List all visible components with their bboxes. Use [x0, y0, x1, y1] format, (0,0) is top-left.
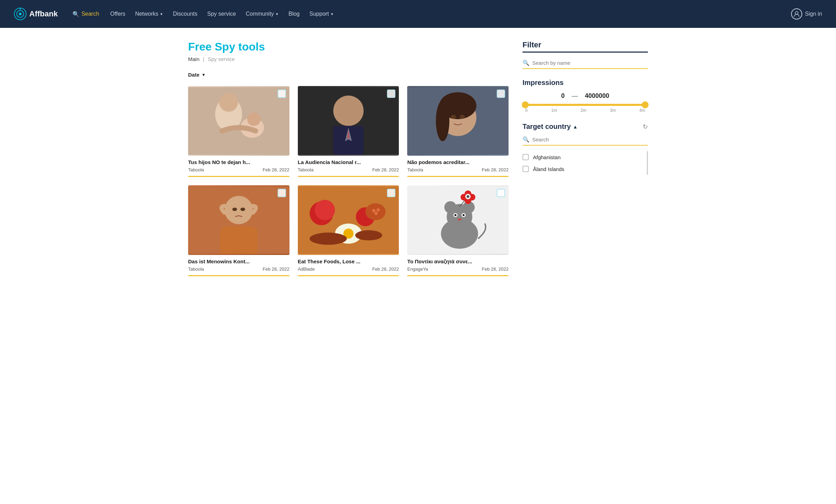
tick-3m: 3m	[610, 108, 616, 113]
country-checkbox-aland[interactable]	[522, 166, 529, 172]
svg-point-7	[219, 93, 238, 112]
breadcrumb-main[interactable]: Main	[188, 56, 200, 62]
target-country-title[interactable]: Target country ▲	[522, 123, 578, 131]
impressions-min: 0	[561, 92, 565, 100]
search-icon: 🔍	[72, 11, 79, 17]
slider-thumb-right[interactable]	[642, 101, 649, 108]
svg-point-4	[795, 11, 798, 14]
svg-point-27	[315, 200, 335, 220]
search-by-name-input[interactable]	[532, 60, 648, 66]
impressions-range: 0 — 4000000	[522, 92, 648, 100]
card-meta: Taboola Feb 28, 2022	[188, 167, 289, 172]
card-item[interactable]: Não podemos acreditar... Taboola Feb 28,…	[407, 86, 509, 177]
impressions-max: 4000000	[585, 92, 609, 100]
card-meta: EngageYa Feb 28, 2022	[407, 266, 509, 272]
card-source: Taboola	[298, 167, 314, 172]
card-date: Feb 28, 2022	[482, 167, 509, 172]
card-select-checkbox[interactable]	[278, 90, 286, 98]
card-item[interactable]: Das ist Menowins Kont... Taboola Feb 28,…	[188, 185, 289, 276]
card-date: Feb 28, 2022	[372, 167, 399, 172]
filter-sidebar: Filter 🔍 Impressions 0 — 4000000 0	[522, 40, 648, 276]
svg-point-18	[436, 101, 450, 141]
logo[interactable]: Affbank	[14, 8, 58, 20]
card-image	[407, 86, 509, 156]
card-select-checkbox[interactable]	[387, 90, 395, 98]
country-checkbox-afghanistan[interactable]	[522, 154, 529, 160]
card-date: Feb 28, 2022	[263, 266, 289, 272]
slider-thumb-left[interactable]	[522, 101, 529, 108]
card-image	[407, 185, 509, 255]
svg-point-24	[240, 208, 245, 211]
card-item[interactable]: Το Ποντίκι αναζητά συνε... EngageYa Feb …	[407, 185, 509, 276]
card-date: Feb 28, 2022	[263, 167, 289, 172]
card-item[interactable]: La Audiencia Nacional r... Taboola Feb 2…	[298, 86, 399, 177]
impressions-slider[interactable]: 0 1m 2m 3m 4m	[522, 104, 648, 113]
nav-search-button[interactable]: 🔍 Search	[72, 11, 99, 17]
card-image	[188, 185, 289, 255]
country-list: Afghanistan Åland Islands	[522, 151, 648, 175]
card-source: AdBlade	[298, 266, 315, 272]
slider-ticks: 0 1m 2m 3m 4m	[522, 108, 648, 113]
nav-networks[interactable]: Networks ▼	[135, 11, 163, 17]
svg-point-33	[365, 203, 385, 220]
card-image	[188, 86, 289, 156]
nav-blog[interactable]: Blog	[288, 11, 300, 17]
country-search-input[interactable]	[532, 137, 648, 142]
nav-offers[interactable]: Offers	[110, 11, 125, 17]
svg-point-45	[463, 214, 465, 216]
filter-divider	[522, 52, 648, 53]
svg-point-19	[451, 115, 456, 119]
user-icon	[791, 8, 802, 20]
card-date: Feb 28, 2022	[372, 266, 399, 272]
card-select-checkbox[interactable]	[278, 189, 286, 197]
impressions-dash: —	[572, 92, 578, 100]
breadcrumb-separator: |	[203, 56, 204, 62]
svg-point-53	[467, 195, 470, 198]
nav-links: Offers Networks ▼ Discounts Spy service …	[110, 11, 780, 17]
svg-point-34	[372, 209, 376, 212]
card-select-checkbox[interactable]	[497, 90, 505, 98]
chevron-down-icon: ▼	[202, 72, 206, 77]
svg-point-44	[455, 214, 457, 216]
impressions-title: Impressions	[522, 79, 648, 87]
card-item[interactable]: Eat These Foods, Lose ... AdBlade Feb 28…	[298, 185, 399, 276]
svg-point-35	[374, 212, 378, 215]
slider-track	[525, 104, 645, 106]
card-select-checkbox[interactable]	[387, 189, 395, 197]
chevron-up-icon: ▲	[573, 124, 578, 130]
country-search-field[interactable]: 🔍	[522, 136, 648, 146]
svg-point-3	[20, 8, 21, 10]
card-date: Feb 28, 2022	[482, 266, 509, 272]
card-meta: Taboola Feb 28, 2022	[407, 167, 509, 172]
nav-community[interactable]: Community ▼	[246, 11, 279, 17]
search-by-name-field[interactable]: 🔍	[522, 60, 648, 69]
card-underline	[298, 275, 399, 276]
svg-point-22	[225, 196, 253, 224]
country-item-aland[interactable]: Åland Islands	[522, 163, 643, 175]
breadcrumb: Main | Spy service	[188, 56, 509, 62]
nav-support[interactable]: Support ▼	[309, 11, 334, 17]
svg-point-11	[333, 95, 363, 126]
signin-button[interactable]: Sign in	[791, 8, 822, 20]
card-item[interactable]: Tus hijos NO te dejan h... Taboola Feb 2…	[188, 86, 289, 177]
card-title: Não podemos acreditar...	[407, 159, 509, 165]
nav-discounts[interactable]: Discounts	[173, 11, 197, 17]
date-filter-dropdown[interactable]: Date ▼	[188, 72, 509, 78]
chevron-down-icon: ▼	[275, 12, 279, 16]
refresh-icon[interactable]: ↻	[643, 123, 648, 131]
main-content: Free Spy tools Main | Spy service Date ▼	[188, 40, 509, 276]
nav-spy-service[interactable]: Spy service	[207, 11, 236, 17]
tick-0: 0	[525, 108, 528, 113]
target-country-header: Target country ▲ ↻	[522, 123, 648, 131]
cards-grid: Tus hijos NO te dejan h... Taboola Feb 2…	[188, 86, 509, 276]
country-item-afghanistan[interactable]: Afghanistan	[522, 151, 643, 163]
target-country-section: Target country ▲ ↻ 🔍 Afghanistan Åland I…	[522, 123, 648, 175]
card-title: Tus hijos NO te dejan h...	[188, 159, 289, 165]
svg-point-31	[310, 233, 347, 245]
card-select-checkbox[interactable]	[497, 189, 505, 197]
svg-point-46	[458, 218, 462, 220]
svg-point-23	[232, 208, 237, 211]
svg-point-2	[19, 13, 22, 15]
card-underline	[188, 176, 289, 177]
tick-2m: 2m	[581, 108, 587, 113]
